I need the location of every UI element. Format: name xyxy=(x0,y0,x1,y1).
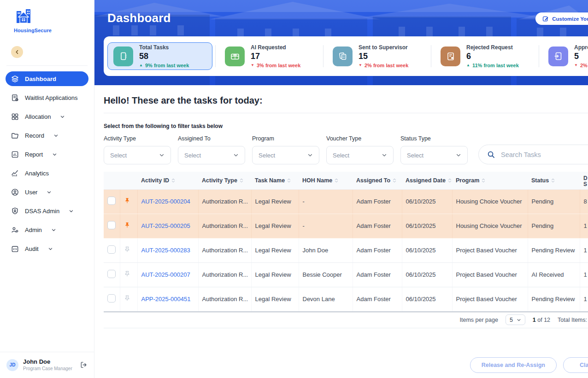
table-row[interactable]: AUT-2025-000283 Authorization R... Legal… xyxy=(104,238,588,262)
sort-icon xyxy=(171,178,176,183)
pin-icon[interactable] xyxy=(124,295,130,302)
stat-card-sent-to-supervisor[interactable]: Sent to Supervisor 15 ▼2% from last week xyxy=(323,36,431,76)
logout-icon xyxy=(80,361,88,369)
stat-delta: ▼2% fr xyxy=(574,63,588,68)
row-checkbox[interactable] xyxy=(107,221,116,229)
select-value: Select xyxy=(259,152,275,159)
row-checkbox[interactable] xyxy=(107,197,116,205)
col-assigned-to[interactable]: Assigned To xyxy=(353,172,402,189)
col-status[interactable]: Status xyxy=(528,172,580,189)
sort-icon xyxy=(551,178,555,183)
stat-delta: ▼2% from last week xyxy=(359,63,408,68)
activity-id-link[interactable]: AUT-2025-000283 xyxy=(141,247,190,254)
chevron-down-icon xyxy=(517,318,521,322)
chevron-down-icon xyxy=(51,227,56,233)
line-chart-icon xyxy=(11,169,19,177)
pin-icon[interactable] xyxy=(124,222,130,228)
sidebar-item-allocation[interactable]: Allocation xyxy=(6,109,88,124)
user-role: Program Case Manager xyxy=(23,366,72,372)
total-items-label: Total Items: xyxy=(558,317,587,323)
col-program[interactable]: Program xyxy=(452,172,528,189)
pin-icon[interactable] xyxy=(124,198,130,204)
pin-icon[interactable] xyxy=(124,271,130,277)
stat-value: 5 xyxy=(574,52,588,61)
activity-id-link[interactable]: APP-2025-000451 xyxy=(141,296,191,302)
release-and-reassign-button[interactable]: Release and Re-Assign xyxy=(470,357,557,373)
nav-label: Analytics xyxy=(25,170,49,177)
status-type-select[interactable]: Select xyxy=(400,146,468,164)
sidebar-item-audit[interactable]: Audit xyxy=(6,241,88,256)
activity-id-link[interactable]: AUT-2025-000204 xyxy=(141,198,190,205)
down-arrow-icon: ▼ xyxy=(251,64,254,67)
pin-icon[interactable] xyxy=(124,246,130,253)
stat-label: Rejected Request xyxy=(466,44,519,51)
stat-card-rejected-request[interactable]: Rejected Request 6 ▲11% from last week xyxy=(431,36,539,76)
table-row[interactable]: APP-2025-000451 Authorization R... Legal… xyxy=(104,287,588,311)
sidebar-collapse-button[interactable] xyxy=(11,46,23,58)
table-row[interactable]: AUT-2025-000207 Authorization R... Legal… xyxy=(104,262,588,287)
nav-label: Audit xyxy=(25,245,39,252)
stat-card-ai-requested[interactable]: AI Requested 17 ▼3% from last week xyxy=(215,36,323,76)
sidebar-item-waitlist-applications[interactable]: Waitlist Applications xyxy=(6,90,88,105)
edit-icon xyxy=(542,16,549,22)
search-input[interactable] xyxy=(500,151,588,159)
sidebar-item-report[interactable]: Report xyxy=(6,147,88,162)
filter-hint: Select from the following to filter task… xyxy=(104,123,588,129)
row-checkbox[interactable] xyxy=(107,270,116,278)
row-checkbox[interactable] xyxy=(107,245,116,254)
items-per-page-label: Items per page xyxy=(459,317,498,323)
activity-id-link[interactable]: AUT-2025-000207 xyxy=(141,271,190,278)
document-badge-icon xyxy=(11,93,19,102)
col-hoh-name[interactable]: HOH Name xyxy=(299,172,353,189)
shield-icon xyxy=(11,207,19,215)
page-title: Dashboard xyxy=(107,11,171,25)
filter-label: Activity Type xyxy=(104,135,171,142)
table-row[interactable]: AUT-2025-000205 Authorization R... Legal… xyxy=(104,214,588,238)
voucher-type-select[interactable]: Select xyxy=(326,146,394,164)
sidebar-item-admin[interactable]: Admin xyxy=(6,222,88,237)
stat-card-total-tasks[interactable]: Total Tasks 58 ▲9% from last week xyxy=(107,42,212,70)
chevron-down-icon xyxy=(307,152,313,158)
filter-assigned-to: Assigined To Select xyxy=(178,135,245,164)
col-activity-type[interactable]: Activity Type xyxy=(198,172,251,189)
col-assigned-date[interactable]: Assigned Date xyxy=(402,172,452,189)
sidebar-item-dsas-admin[interactable]: DSAS Admin xyxy=(6,204,88,218)
row-checkbox[interactable] xyxy=(107,294,116,302)
logout-button[interactable] xyxy=(80,361,88,369)
sidebar-nav: Dashboard Waitlist Applications Allocati… xyxy=(0,71,94,260)
items-per-page-select[interactable]: 5 xyxy=(506,314,525,325)
select-all-header xyxy=(104,172,120,189)
chevron-down-icon xyxy=(60,114,65,119)
claim-button[interactable]: Claim xyxy=(563,357,588,373)
stacked-cards-icon xyxy=(333,47,353,66)
stats-bar: Total Tasks 58 ▲9% from last week AI Req… xyxy=(104,36,588,76)
avatar: JD xyxy=(6,359,18,371)
stat-label: AI Requested xyxy=(251,44,300,51)
program-select[interactable]: Select xyxy=(252,146,319,164)
sidebar: HousingSecure Dashboard Waitlist Applica… xyxy=(0,0,94,378)
stat-delta: ▲11% from last week xyxy=(466,63,519,68)
sidebar-item-analytics[interactable]: Analytics xyxy=(6,166,88,180)
user-name: John Doe xyxy=(23,358,72,366)
housing-secure-logo-icon xyxy=(14,8,33,25)
footer-actions: Release and Re-Assign Claim xyxy=(94,357,588,373)
user-gear-icon xyxy=(11,226,19,234)
stat-value: 15 xyxy=(359,52,408,61)
sort-icon xyxy=(239,178,244,183)
sidebar-item-dashboard[interactable]: Dashboard xyxy=(6,71,88,86)
select-value: Select xyxy=(110,152,127,159)
sidebar-item-record[interactable]: Record xyxy=(6,128,88,143)
sidebar-item-user[interactable]: User xyxy=(6,185,88,199)
activity-type-select[interactable]: Select xyxy=(104,146,171,164)
stat-label: Approve xyxy=(574,44,588,51)
greeting-title: Hello! These are the tasks for today: xyxy=(104,95,588,106)
customize-dashboard-button[interactable]: Customize Your Dashb xyxy=(535,12,588,25)
stat-card-approved[interactable]: Approve 5 ▼2% fr xyxy=(539,36,588,76)
chevron-down-icon xyxy=(52,152,57,157)
table-row[interactable]: AUT-2025-000204 Authorization R... Legal… xyxy=(104,189,588,214)
col-activity-id[interactable]: Activity ID xyxy=(137,172,198,189)
activity-id-link[interactable]: AUT-2025-000205 xyxy=(141,222,190,229)
assigned-to-select[interactable]: Select xyxy=(178,146,245,164)
col-task-name[interactable]: Task Name xyxy=(251,172,299,189)
chevron-down-icon xyxy=(47,190,52,195)
